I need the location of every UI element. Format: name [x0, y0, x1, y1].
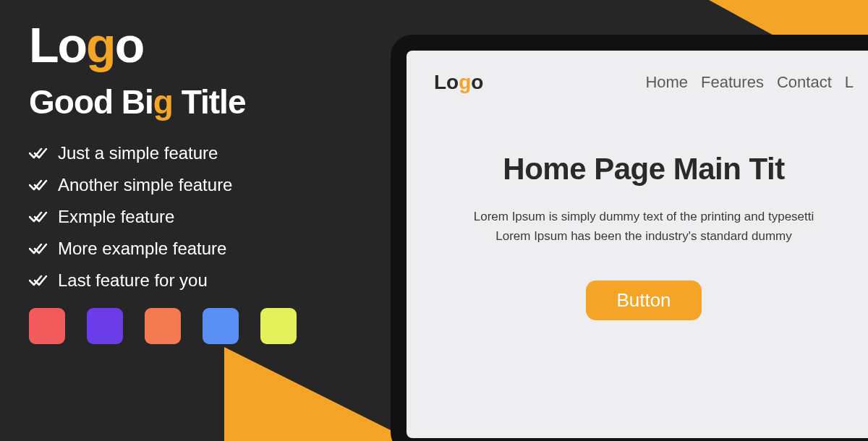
- feature-item: Another simple feature: [29, 175, 362, 195]
- mock-desc-line2: Lorem Ipsum has been the industry's stan…: [495, 229, 792, 243]
- double-check-icon: [29, 241, 48, 256]
- mock-description: Lorem Ipsum is simply dummy text of the …: [434, 207, 854, 246]
- color-swatch[interactable]: [203, 308, 239, 344]
- mock-logo: Logo: [434, 71, 483, 94]
- mock-logo-post: o: [471, 71, 483, 93]
- title-accent: g: [153, 83, 173, 121]
- device-screen: Logo HomeFeaturesContactL Home Page Main…: [407, 51, 868, 438]
- double-check-icon: [29, 146, 48, 160]
- feature-item: Exmple feature: [29, 207, 362, 227]
- color-swatches: [29, 308, 362, 344]
- color-swatch[interactable]: [145, 308, 181, 344]
- logo-text-accent: g: [86, 17, 115, 72]
- feature-item: Just a simple feature: [29, 143, 362, 163]
- mock-logo-pre: Lo: [434, 71, 459, 93]
- mock-page-title: Home Page Main Tit: [434, 152, 854, 187]
- title-post: Title: [173, 83, 246, 121]
- color-swatch[interactable]: [260, 308, 297, 344]
- mock-nav: HomeFeaturesContactL: [645, 73, 854, 92]
- main-title: Good Big Title: [29, 82, 362, 121]
- main-logo: Logo: [29, 20, 362, 69]
- feature-label: Another simple feature: [58, 175, 232, 195]
- nav-link[interactable]: Contact: [777, 73, 832, 92]
- feature-label: More example feature: [58, 239, 226, 259]
- nav-link[interactable]: Home: [645, 73, 688, 92]
- double-check-icon: [29, 178, 48, 192]
- logo-text-post: o: [115, 17, 144, 72]
- cta-button[interactable]: Button: [586, 281, 701, 320]
- left-panel: Logo Good Big Title Just a simple featur…: [29, 20, 362, 344]
- mock-hero: Home Page Main Tit Lorem Ipsum is simply…: [434, 152, 854, 320]
- nav-link[interactable]: Features: [701, 73, 764, 92]
- double-check-icon: [29, 210, 48, 224]
- feature-item: More example feature: [29, 239, 362, 259]
- feature-label: Just a simple feature: [58, 143, 218, 163]
- color-swatch[interactable]: [87, 308, 123, 344]
- mock-desc-line1: Lorem Ipsum is simply dummy text of the …: [474, 210, 814, 223]
- nav-link[interactable]: L: [845, 73, 854, 92]
- double-check-icon: [29, 273, 48, 288]
- mock-header: Logo HomeFeaturesContactL: [434, 71, 854, 94]
- feature-item: Last feature for you: [29, 270, 362, 291]
- logo-text-pre: Lo: [29, 17, 86, 72]
- accent-shape-bottom: [224, 347, 412, 441]
- feature-label: Last feature for you: [58, 270, 208, 291]
- color-swatch[interactable]: [29, 308, 65, 344]
- feature-label: Exmple feature: [58, 207, 174, 227]
- title-pre: Good Bi: [29, 83, 153, 121]
- feature-list: Just a simple featureAnother simple feat…: [29, 143, 362, 291]
- device-frame: Logo HomeFeaturesContactL Home Page Main…: [391, 35, 868, 441]
- mock-logo-accent: g: [459, 71, 471, 93]
